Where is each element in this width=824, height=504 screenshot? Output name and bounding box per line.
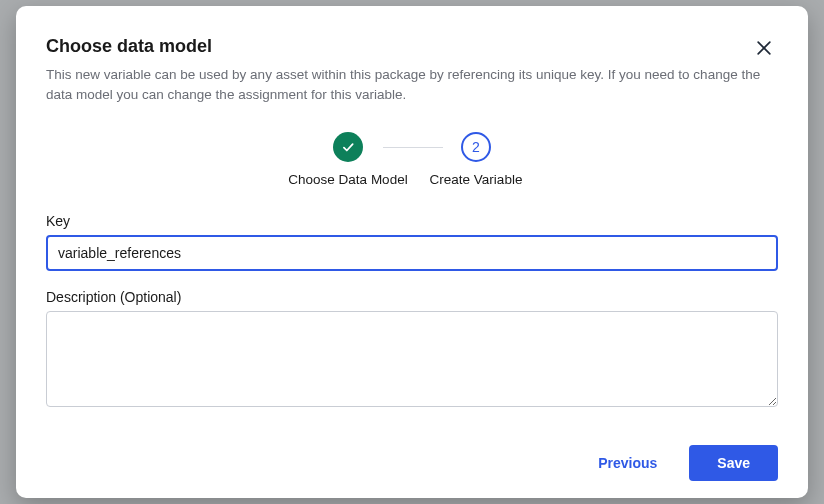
close-button[interactable] bbox=[748, 32, 780, 64]
description-field-group: Description (Optional) bbox=[46, 289, 778, 411]
modal-overlay: Choose data model This new variable can … bbox=[0, 0, 824, 504]
step-done-indicator bbox=[333, 132, 363, 162]
key-field-group: Key bbox=[46, 213, 778, 271]
modal-dialog: Choose data model This new variable can … bbox=[16, 6, 808, 498]
step-create-variable: 2 Create Variable bbox=[411, 132, 541, 187]
step-choose-data-model: Choose Data Model bbox=[283, 132, 413, 187]
step-current-indicator: 2 bbox=[461, 132, 491, 162]
previous-button[interactable]: Previous bbox=[594, 447, 661, 479]
step-connector bbox=[383, 147, 443, 148]
modal-footer: Previous Save bbox=[46, 429, 778, 481]
close-icon bbox=[754, 38, 774, 58]
modal-title: Choose data model bbox=[46, 36, 778, 57]
modal-subtitle: This new variable can be used by any ass… bbox=[46, 65, 766, 104]
key-label: Key bbox=[46, 213, 778, 229]
description-label: Description (Optional) bbox=[46, 289, 778, 305]
check-icon bbox=[341, 140, 355, 154]
step-label: Create Variable bbox=[430, 172, 523, 187]
step-label: Choose Data Model bbox=[288, 172, 407, 187]
key-input[interactable] bbox=[46, 235, 778, 271]
stepper: Choose Data Model 2 Create Variable bbox=[46, 132, 778, 187]
description-input[interactable] bbox=[46, 311, 778, 407]
save-button[interactable]: Save bbox=[689, 445, 778, 481]
modal-header: Choose data model This new variable can … bbox=[46, 36, 778, 104]
step-number: 2 bbox=[472, 139, 480, 155]
